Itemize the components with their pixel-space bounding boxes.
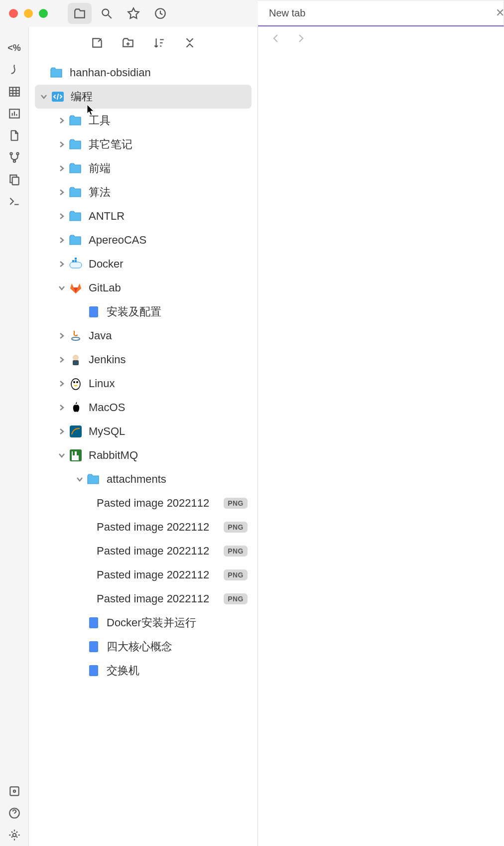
file-ext-badge: PNG xyxy=(224,498,248,509)
item-label: ApereoCAS xyxy=(89,234,248,247)
folder-item[interactable]: 其它笔记 xyxy=(35,133,252,156)
item-label: Java xyxy=(89,329,248,342)
item-label: MacOS xyxy=(89,401,248,414)
chevron-right-icon[interactable] xyxy=(56,117,68,125)
item-label: 四大核心概念 xyxy=(107,639,248,654)
collapse-icon[interactable] xyxy=(180,33,200,53)
gitlab-icon xyxy=(68,280,84,296)
chevron-right-icon[interactable] xyxy=(56,141,68,148)
titlebar-actions xyxy=(68,3,172,24)
nav-back-icon[interactable] xyxy=(270,32,282,46)
draw-icon[interactable] xyxy=(4,59,24,81)
file-item[interactable]: Pasted image 2022112PNG xyxy=(35,563,252,587)
close-window-button[interactable] xyxy=(9,9,18,18)
note-item[interactable]: 安装及配置 xyxy=(35,300,252,324)
sort-icon[interactable] xyxy=(149,33,169,53)
chevron-right-icon[interactable] xyxy=(56,260,68,268)
zoom-window-button[interactable] xyxy=(39,9,48,18)
doc-icon xyxy=(86,639,102,655)
editor-nav xyxy=(258,27,504,52)
file-ext-badge: PNG xyxy=(224,546,248,557)
note-item[interactable]: Docker安装并运行 xyxy=(35,611,252,635)
close-tab-icon[interactable]: ✕ xyxy=(496,6,504,19)
folder-icon xyxy=(86,471,102,487)
file-diff-icon[interactable] xyxy=(4,125,24,146)
file-ext-badge: PNG xyxy=(224,593,248,604)
folder-item[interactable]: 前端 xyxy=(35,156,252,180)
folder-item[interactable]: 工具 xyxy=(35,109,252,133)
vault-icon[interactable] xyxy=(4,780,24,802)
svg-point-36 xyxy=(13,790,15,792)
chevron-right-icon[interactable] xyxy=(56,236,68,244)
nav-forward-icon[interactable] xyxy=(295,32,307,46)
file-item[interactable]: Pasted image 2022112PNG xyxy=(35,515,252,539)
chevron-right-icon[interactable] xyxy=(56,427,68,435)
files-icon[interactable] xyxy=(68,3,92,24)
svg-point-31 xyxy=(10,152,12,154)
folder-icon xyxy=(68,208,84,224)
chevron-down-icon[interactable] xyxy=(56,451,68,459)
folder-item[interactable]: 算法 xyxy=(35,180,252,204)
folder-item[interactable]: MySQL xyxy=(35,420,252,443)
svg-point-39 xyxy=(12,834,16,837)
vault-name-label: hanhan-obsidian xyxy=(70,66,248,79)
template-icon[interactable]: <% xyxy=(4,37,24,59)
editor-area: New tab ✕ xyxy=(258,0,504,846)
star-icon[interactable] xyxy=(122,3,145,24)
folder-item[interactable]: GitLab xyxy=(35,276,252,300)
chevron-down-icon[interactable] xyxy=(74,475,86,483)
folder-icon xyxy=(68,184,84,200)
chevron-right-icon[interactable] xyxy=(56,188,68,196)
branch-icon[interactable] xyxy=(4,146,24,168)
clock-icon[interactable] xyxy=(148,3,172,24)
search-icon[interactable] xyxy=(95,3,119,24)
folder-item[interactable]: 编程 xyxy=(35,85,252,109)
folder-item[interactable]: MacOS xyxy=(35,396,252,420)
folder-item[interactable]: RabbitMQ xyxy=(35,443,252,467)
folder-item[interactable]: Jenkins xyxy=(35,348,252,372)
item-label: 其它笔记 xyxy=(89,137,248,152)
window-controls xyxy=(3,9,54,18)
tab-new[interactable]: New tab ✕ xyxy=(258,0,504,26)
minimize-window-button[interactable] xyxy=(24,9,33,18)
new-folder-icon[interactable] xyxy=(118,33,138,53)
table-icon[interactable] xyxy=(4,81,24,103)
folder-item[interactable]: Linux xyxy=(35,372,252,396)
file-item[interactable]: Pasted image 2022112PNG xyxy=(35,539,252,563)
folder-item[interactable]: Java xyxy=(35,324,252,348)
help-icon[interactable] xyxy=(4,802,24,824)
note-item[interactable]: 交换机 xyxy=(35,659,252,683)
terminal-icon[interactable] xyxy=(4,190,24,212)
chevron-right-icon[interactable] xyxy=(56,380,68,388)
file-item[interactable]: Pasted image 2022112PNG xyxy=(35,587,252,611)
folder-item[interactable]: ApereoCAS xyxy=(35,228,252,252)
new-note-icon[interactable] xyxy=(87,33,107,53)
linux-icon xyxy=(68,376,84,392)
note-item[interactable]: 四大核心概念 xyxy=(35,635,252,659)
folder-icon xyxy=(68,137,84,152)
folder-item[interactable]: Docker xyxy=(35,252,252,276)
settings-icon[interactable] xyxy=(4,824,24,846)
tab-bar: New tab ✕ xyxy=(258,0,504,27)
chevron-right-icon[interactable] xyxy=(56,164,68,172)
chevron-down-icon[interactable] xyxy=(56,284,68,292)
chevron-right-icon[interactable] xyxy=(56,212,68,220)
chevron-down-icon[interactable] xyxy=(38,93,50,101)
file-item[interactable]: Pasted image 2022112PNG xyxy=(35,491,252,515)
doc-icon xyxy=(86,615,102,631)
chevron-right-icon[interactable] xyxy=(56,404,68,412)
folder-item[interactable]: ANTLR xyxy=(35,204,252,228)
svg-point-33 xyxy=(13,160,15,162)
svg-rect-35 xyxy=(10,787,18,795)
file-explorer-panel: hanhan-obsidian 编程工具其它笔记前端算法ANTLRApereoC… xyxy=(29,27,258,846)
chevron-right-icon[interactable] xyxy=(56,332,68,340)
vault-root[interactable]: hanhan-obsidian xyxy=(35,61,252,85)
chevron-right-icon[interactable] xyxy=(56,356,68,364)
file-ext-badge: PNG xyxy=(224,569,248,580)
copy-icon[interactable] xyxy=(4,168,24,190)
item-label: Pasted image 2022112 xyxy=(97,521,221,534)
bar-chart-icon[interactable] xyxy=(4,103,24,125)
item-label: 前端 xyxy=(89,161,248,176)
folder-item[interactable]: attachments xyxy=(35,467,252,491)
svg-point-32 xyxy=(16,152,18,154)
